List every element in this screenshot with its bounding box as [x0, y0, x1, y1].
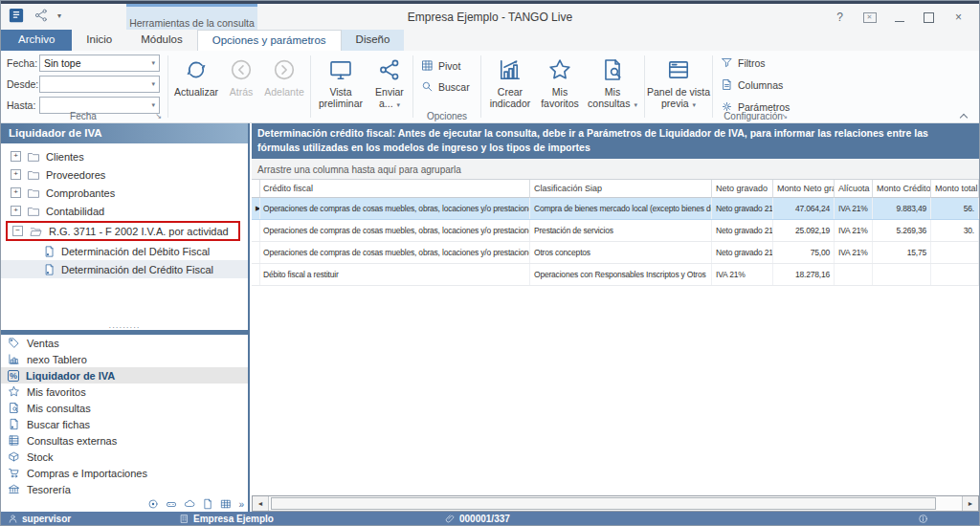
tree-item-rg3711[interactable]: − R.G. 3711 - F 2002 I.V.A. por activida… — [6, 221, 240, 241]
module-nexo-tablero[interactable]: nexo Tablero — [1, 351, 248, 367]
column-header-monto-total[interactable]: Monto total fac — [931, 180, 979, 198]
table-row[interactable]: Operaciones de compras de cosas muebles,… — [252, 242, 979, 264]
folder-icon — [27, 150, 40, 164]
tree-item-determinacion-debito[interactable]: Determinación del Débito Fiscal — [1, 242, 248, 260]
ribbon-group-configuracion: Filtros Columnas Parámetros Configuració… — [715, 51, 791, 122]
desde-label: Desde: — [7, 78, 39, 90]
vehicle-icon[interactable] — [166, 498, 177, 510]
ribbon: Fecha: Sin tope ▾ Desde: ▾ Hasta: ▾ — [1, 51, 979, 123]
record-icon[interactable] — [147, 498, 159, 510]
minimize-button[interactable] — [884, 8, 914, 27]
tree-item-determinacion-credito[interactable]: Determinación del Crédito Fiscal — [1, 260, 248, 278]
mis-favoritos-button[interactable]: Mis favoritos — [537, 51, 583, 122]
file-icon[interactable] — [202, 498, 213, 510]
mis-consultas-button[interactable]: Mis consultas ▾ — [583, 51, 642, 122]
status-record: 000001/337 — [445, 512, 510, 525]
sidebar-splitter[interactable]: ········· — [1, 326, 248, 335]
vista-preliminar-button[interactable]: Vista preliminar — [313, 51, 368, 122]
expand-icon[interactable]: + — [11, 187, 21, 198]
funnel-icon — [721, 56, 733, 69]
column-header-monto-neto-gravado[interactable]: Monto Neto gravado — [773, 180, 835, 198]
buscar-button[interactable]: Buscar — [415, 79, 479, 94]
tab-modulos[interactable]: Módulos — [126, 30, 196, 51]
help-button[interactable]: ? — [825, 8, 855, 27]
dialog-launcher-icon[interactable]: ↘ — [781, 112, 788, 121]
column-header-monto-credito-fiscal[interactable]: Monto Crédito fiscal — [873, 180, 931, 198]
restore-button[interactable] — [914, 8, 944, 27]
tree-item-clientes[interactable]: + Clientes — [1, 147, 248, 165]
module-mis-favoritos[interactable]: Mis favoritos — [1, 384, 248, 400]
module-compras-e-importaciones[interactable]: Compras e Importaciones — [1, 465, 248, 481]
group-title-configuracion: Configuración — [715, 111, 791, 121]
full-screen-button[interactable]: ✕ — [855, 8, 884, 27]
atras-button[interactable]: Atrás — [222, 51, 260, 122]
table-row[interactable]: ▶ Operaciones de compras de cosas mueble… — [252, 198, 979, 220]
user-icon — [8, 514, 18, 524]
tab-diseno[interactable]: Diseño — [342, 30, 405, 51]
module-consultas-externas[interactable]: Consultas externas — [1, 432, 248, 449]
module-ventas[interactable]: Ventas — [1, 335, 248, 351]
folder-icon — [27, 168, 40, 182]
scroll-left-icon[interactable]: ◄ — [253, 496, 269, 511]
module-buscar-fichas[interactable]: Buscar fichas — [1, 416, 248, 432]
chevron-down-icon: ▾ — [151, 101, 155, 109]
search-icon — [421, 80, 434, 93]
chevron-down-icon: ▾ — [693, 101, 697, 108]
chevron-down-icon: ▾ — [151, 80, 155, 88]
columnas-button[interactable]: Columnas — [715, 77, 791, 93]
close-button[interactable]: × — [944, 8, 973, 27]
group-by-area[interactable]: Arrastre una columna hasta aquí para agr… — [252, 159, 979, 180]
tab-opciones-y-parametros[interactable]: Opciones y parámetros — [197, 30, 342, 52]
overflow-chevron-icon[interactable]: » — [238, 499, 244, 510]
desde-combobox[interactable]: ▾ — [39, 76, 160, 93]
actualizar-button[interactable]: Actualizar — [170, 51, 222, 122]
collapse-ribbon-icon[interactable] — [961, 113, 968, 120]
column-header-credito-fiscal[interactable]: Crédito fiscal — [259, 180, 530, 198]
adelante-button[interactable]: Adelante — [260, 51, 308, 122]
tree-item-contabilidad[interactable]: + Contabilidad — [1, 202, 248, 220]
splitter-grip-icon: ········· — [109, 326, 141, 330]
ribbon-group-fecha: Fecha: Sin tope ▾ Desde: ▾ Hasta: ▾ — [1, 51, 166, 122]
chart-icon — [498, 57, 523, 82]
cloud-icon[interactable] — [184, 498, 195, 510]
scroll-right-icon[interactable]: ► — [962, 496, 978, 511]
filtros-button[interactable]: Filtros — [715, 55, 791, 71]
pivot-button[interactable]: Pivot — [415, 58, 479, 73]
table-row[interactable]: Operaciones de compras de cosas muebles,… — [252, 220, 979, 242]
tab-archivo[interactable]: Archivo — [1, 30, 72, 51]
scrollbar-track[interactable] — [269, 496, 962, 511]
column-header-neto-gravado[interactable]: Neto gravado — [712, 180, 773, 198]
module-list: Ventas nexo Tablero % Liquidador de IVA … — [1, 335, 248, 493]
tree-item-proveedores[interactable]: + Proveedores — [1, 165, 248, 184]
title-bar: ▾ Herramientas de la consulta Empresa Ej… — [1, 4, 979, 30]
status-bar: supervisor Empresa Ejemplo 000001/337 — [1, 512, 979, 525]
enviar-a-button[interactable]: Enviar a... ▾ — [368, 51, 411, 122]
expand-icon[interactable]: + — [11, 169, 21, 180]
grid-icon[interactable] — [220, 498, 232, 510]
column-header-alicuota-iva[interactable]: Alícuota IVA — [835, 180, 873, 198]
tree-item-comprobantes[interactable]: + Comprobantes — [1, 184, 248, 202]
expand-icon[interactable]: + — [11, 206, 21, 216]
status-info[interactable] — [918, 512, 928, 525]
panel-vista-previa-button[interactable]: Panel de vista previa ▾ — [647, 51, 710, 122]
crear-indicador-button[interactable]: Crear indicador — [483, 51, 537, 122]
expand-icon[interactable]: + — [11, 151, 21, 162]
horizontal-scrollbar[interactable]: ◄ ► — [252, 495, 979, 512]
share-icon — [377, 57, 402, 82]
column-header-clasificacion-siap[interactable]: Clasificación Siap — [530, 180, 712, 198]
module-stock[interactable]: Stock — [1, 449, 248, 465]
chevron-down-icon: ▾ — [397, 101, 401, 108]
dialog-launcher-icon[interactable]: ↘ — [155, 112, 162, 121]
status-user: supervisor — [8, 512, 71, 525]
sidebar-header: Liquidador de IVA — [1, 123, 248, 143]
module-mis-consultas[interactable]: Mis consultas — [1, 400, 248, 416]
table-row[interactable]: Débito fiscal a restituir Operaciones co… — [252, 264, 979, 286]
fecha-combobox[interactable]: Sin tope ▾ — [39, 55, 160, 72]
scrollbar-thumb[interactable] — [271, 497, 936, 510]
folder-icon — [27, 186, 40, 200]
tab-inicio[interactable]: Inicio — [72, 30, 126, 51]
module-tesoreria[interactable]: Tesorería — [1, 481, 248, 497]
document-icon — [721, 78, 733, 91]
module-liquidador-de-iva[interactable]: % Liquidador de IVA — [1, 367, 248, 384]
collapse-icon[interactable]: − — [12, 226, 23, 236]
